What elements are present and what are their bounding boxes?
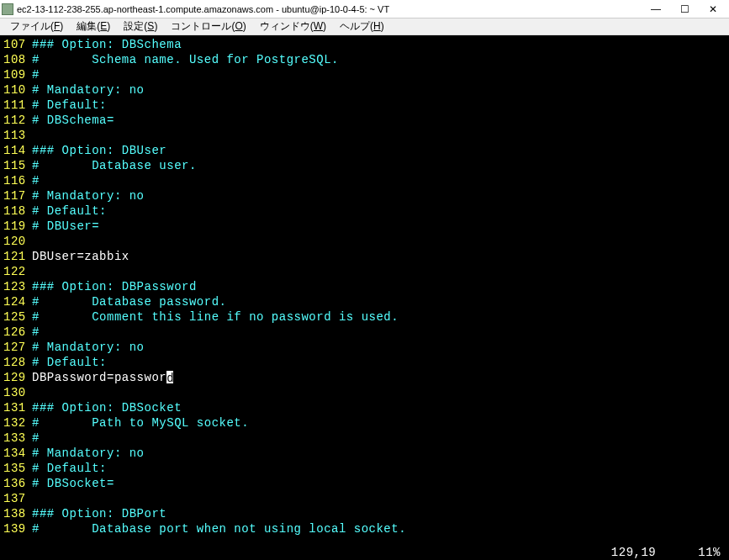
- line-number: 139: [3, 521, 32, 536]
- maximize-button[interactable]: ☐: [670, 1, 699, 18]
- menu-control[interactable]: コントロール(O): [164, 18, 252, 35]
- line-content: # Default:: [32, 98, 107, 113]
- cursor-position: 129,19: [611, 545, 656, 560]
- code-line: 122: [3, 264, 726, 279]
- status-bar: 129,19 11%: [0, 545, 729, 560]
- menu-file[interactable]: ファイル(F): [3, 18, 70, 35]
- line-content: DBPassword=password: [32, 370, 173, 385]
- line-number: 122: [3, 264, 32, 279]
- minimize-button[interactable]: —: [642, 1, 670, 18]
- line-content: ### Option: DBPort: [32, 506, 166, 521]
- close-button[interactable]: ✕: [699, 1, 727, 18]
- line-number: 118: [3, 203, 32, 219]
- text-cursor: d: [166, 371, 173, 383]
- menu-edit[interactable]: 編集(E): [70, 18, 117, 35]
- code-line: 119# DBUser=: [3, 219, 726, 234]
- line-content: # Mandatory: no: [32, 188, 145, 203]
- line-number: 136: [3, 476, 32, 491]
- code-line: 110# Mandatory: no: [3, 82, 726, 98]
- line-number: 110: [3, 82, 32, 98]
- line-content: # Database password.: [32, 294, 226, 309]
- window-controls: — ☐ ✕: [642, 1, 727, 18]
- line-content: # Mandatory: no: [32, 340, 145, 355]
- code-line: 108# Schema name. Used for PostgreSQL.: [3, 52, 726, 67]
- line-content: # Database user.: [32, 158, 197, 173]
- code-line: 107### Option: DBSchema: [3, 37, 726, 52]
- line-content: # DBSocket=: [32, 476, 114, 491]
- code-line: 112# DBSchema=: [3, 113, 726, 128]
- line-content: #: [32, 67, 40, 82]
- line-number: 133: [3, 431, 32, 446]
- line-number: 138: [3, 506, 32, 521]
- app-icon: [2, 3, 13, 15]
- code-line: 116#: [3, 173, 726, 188]
- line-number: 120: [3, 234, 32, 249]
- line-number: 129: [3, 370, 32, 385]
- code-line: 118# Default:: [3, 203, 726, 219]
- code-line: 138### Option: DBPort: [3, 506, 726, 521]
- code-line: 136# DBSocket=: [3, 476, 726, 491]
- line-content: # Default:: [32, 461, 107, 476]
- menu-help[interactable]: ヘルプ(H): [333, 18, 391, 35]
- line-number: 117: [3, 188, 32, 203]
- line-number: 130: [3, 385, 32, 400]
- code-line: 128# Default:: [3, 355, 726, 370]
- line-content: # Mandatory: no: [32, 446, 145, 461]
- menu-bar: ファイル(F) 編集(E) 設定(S) コントロール(O) ウィンドウ(W) ヘ…: [0, 18, 729, 35]
- line-number: 137: [3, 491, 32, 506]
- line-content: ### Option: DBUser: [32, 143, 166, 158]
- menu-window[interactable]: ウィンドウ(W): [253, 18, 333, 35]
- line-number: 126: [3, 325, 32, 340]
- line-content: # DBSchema=: [32, 113, 114, 128]
- line-number: 112: [3, 113, 32, 128]
- code-line: 132# Path to MySQL socket.: [3, 415, 726, 431]
- code-line: 129DBPassword=password: [3, 370, 726, 385]
- code-line: 114### Option: DBUser: [3, 143, 726, 158]
- line-content: ### Option: DBSchema: [32, 37, 182, 52]
- code-line: 120: [3, 234, 726, 249]
- code-line: 134# Mandatory: no: [3, 446, 726, 461]
- code-line: 123### Option: DBPassword: [3, 279, 726, 294]
- line-number: 125: [3, 309, 32, 325]
- line-content: # Default:: [32, 355, 107, 370]
- line-number: 113: [3, 128, 32, 143]
- line-number: 134: [3, 446, 32, 461]
- code-line: 125# Comment this line if no password is…: [3, 309, 726, 325]
- line-number: 123: [3, 279, 32, 294]
- line-number: 108: [3, 52, 32, 67]
- line-number: 115: [3, 158, 32, 173]
- file-percent: 11%: [698, 545, 721, 560]
- code-line: 117# Mandatory: no: [3, 188, 726, 203]
- line-content: # Default:: [32, 203, 107, 219]
- code-line: 130: [3, 385, 726, 400]
- code-line: 135# Default:: [3, 461, 726, 476]
- line-number: 107: [3, 37, 32, 52]
- line-number: 132: [3, 415, 32, 431]
- terminal-area[interactable]: 107### Option: DBSchema108# Schema name.…: [0, 35, 729, 560]
- code-line: 124# Database password.: [3, 294, 726, 309]
- line-content: # DBUser=: [32, 219, 99, 234]
- line-content: #: [32, 431, 40, 446]
- line-number: 109: [3, 67, 32, 82]
- code-line: 131### Option: DBSocket: [3, 400, 726, 415]
- line-content: # Mandatory: no: [32, 82, 145, 98]
- code-line: 126#: [3, 325, 726, 340]
- line-content: # Schema name. Used for PostgreSQL.: [32, 52, 339, 67]
- menu-setup[interactable]: 設定(S): [117, 18, 164, 35]
- line-content: # Comment this line if no password is us…: [32, 309, 399, 325]
- line-content: ### Option: DBSocket: [32, 400, 182, 415]
- window-title: ec2-13-112-238-255.ap-northeast-1.comput…: [17, 4, 642, 14]
- code-line: 133#: [3, 431, 726, 446]
- code-line: 137: [3, 491, 726, 506]
- line-number: 121: [3, 249, 32, 264]
- line-number: 116: [3, 173, 32, 188]
- line-number: 124: [3, 294, 32, 309]
- code-line: 127# Mandatory: no: [3, 340, 726, 355]
- code-line: 121DBUser=zabbix: [3, 249, 726, 264]
- line-content: DBUser=zabbix: [32, 249, 129, 264]
- line-number: 114: [3, 143, 32, 158]
- line-number: 128: [3, 355, 32, 370]
- line-number: 135: [3, 461, 32, 476]
- code-line: 111# Default:: [3, 98, 726, 113]
- line-number: 127: [3, 340, 32, 355]
